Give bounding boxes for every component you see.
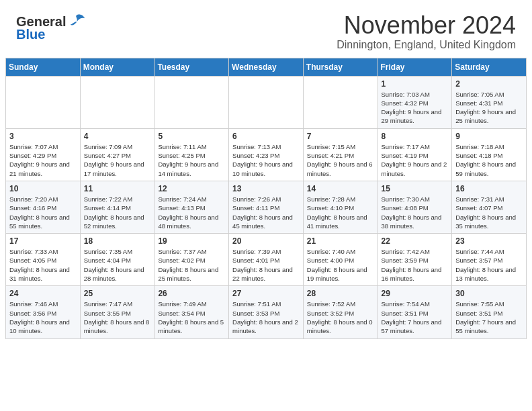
calendar-day-cell: 16Sunrise: 7:31 AM Sunset: 4:07 PM Dayli…: [452, 181, 527, 233]
day-info: Sunrise: 7:47 AM Sunset: 3:55 PM Dayligh…: [84, 300, 151, 335]
calendar-day-cell: [154, 76, 229, 128]
calendar-day-header: Wednesday: [229, 58, 304, 76]
day-info: Sunrise: 7:18 AM Sunset: 4:18 PM Dayligh…: [455, 142, 523, 178]
calendar-day-cell: 9Sunrise: 7:18 AM Sunset: 4:18 PM Daylig…: [452, 128, 527, 181]
day-number: 15: [382, 184, 449, 193]
calendar-day-cell: 24Sunrise: 7:46 AM Sunset: 3:56 PM Dayli…: [6, 286, 81, 338]
day-number: 24: [9, 289, 77, 298]
day-number: 3: [9, 132, 77, 141]
calendar-day-cell: [80, 76, 154, 128]
title-section: November 2024 Dinnington, England, Unite…: [337, 12, 516, 51]
day-info: Sunrise: 7:15 AM Sunset: 4:21 PM Dayligh…: [307, 142, 374, 178]
day-info: Sunrise: 7:39 AM Sunset: 4:01 PM Dayligh…: [232, 247, 300, 283]
day-info: Sunrise: 7:24 AM Sunset: 4:13 PM Dayligh…: [158, 195, 225, 230]
day-info: Sunrise: 7:44 AM Sunset: 3:57 PM Dayligh…: [455, 247, 523, 283]
day-info: Sunrise: 7:35 AM Sunset: 4:04 PM Dayligh…: [84, 247, 151, 283]
day-number: 28: [307, 289, 374, 298]
day-number: 1: [382, 79, 449, 89]
day-info: Sunrise: 7:46 AM Sunset: 3:56 PM Dayligh…: [9, 300, 77, 335]
calendar-day-cell: 18Sunrise: 7:35 AM Sunset: 4:04 PM Dayli…: [80, 234, 154, 286]
calendar-day-cell: 12Sunrise: 7:24 AM Sunset: 4:13 PM Dayli…: [154, 181, 229, 233]
day-info: Sunrise: 7:52 AM Sunset: 3:52 PM Dayligh…: [307, 300, 374, 335]
calendar-day-cell: 1Sunrise: 7:03 AM Sunset: 4:32 PM Daylig…: [378, 76, 452, 128]
calendar-day-header: Tuesday: [154, 58, 229, 76]
calendar-day-cell: 14Sunrise: 7:28 AM Sunset: 4:10 PM Dayli…: [303, 181, 378, 233]
day-number: 16: [455, 184, 523, 193]
calendar-day-header: Monday: [80, 58, 154, 76]
day-info: Sunrise: 7:03 AM Sunset: 4:32 PM Dayligh…: [382, 90, 449, 126]
day-number: 19: [158, 236, 225, 246]
day-number: 27: [232, 289, 300, 298]
day-number: 23: [455, 236, 523, 246]
calendar-day-cell: 11Sunrise: 7:22 AM Sunset: 4:14 PM Dayli…: [80, 181, 154, 233]
day-number: 12: [158, 184, 225, 193]
day-number: 29: [382, 289, 449, 298]
day-info: Sunrise: 7:09 AM Sunset: 4:27 PM Dayligh…: [84, 142, 151, 178]
calendar-day-cell: 20Sunrise: 7:39 AM Sunset: 4:01 PM Dayli…: [229, 234, 304, 286]
calendar-day-header: Friday: [378, 58, 452, 76]
day-info: Sunrise: 7:42 AM Sunset: 3:59 PM Dayligh…: [382, 247, 449, 283]
day-number: 8: [382, 132, 449, 141]
calendar-wrapper: SundayMondayTuesdayWednesdayThursdayFrid…: [0, 58, 532, 345]
calendar-day-cell: 2Sunrise: 7:05 AM Sunset: 4:31 PM Daylig…: [452, 76, 527, 128]
day-info: Sunrise: 7:20 AM Sunset: 4:16 PM Dayligh…: [9, 195, 77, 230]
calendar-day-cell: 8Sunrise: 7:17 AM Sunset: 4:19 PM Daylig…: [378, 128, 452, 181]
calendar-day-cell: 4Sunrise: 7:09 AM Sunset: 4:27 PM Daylig…: [80, 128, 154, 181]
day-number: 20: [232, 236, 300, 246]
page-header: General Blue November 2024 Dinnington, E…: [0, 0, 532, 58]
day-number: 25: [84, 289, 151, 298]
calendar-day-header: Saturday: [452, 58, 527, 76]
logo: General Blue: [16, 12, 86, 42]
day-number: 22: [382, 236, 449, 246]
day-info: Sunrise: 7:54 AM Sunset: 3:51 PM Dayligh…: [382, 300, 449, 335]
day-number: 14: [307, 184, 374, 193]
calendar-day-header: Sunday: [6, 58, 81, 76]
calendar-day-cell: 28Sunrise: 7:52 AM Sunset: 3:52 PM Dayli…: [303, 286, 378, 338]
day-number: 7: [307, 132, 374, 141]
calendar-day-cell: 30Sunrise: 7:55 AM Sunset: 3:51 PM Dayli…: [452, 286, 527, 338]
calendar-day-cell: 10Sunrise: 7:20 AM Sunset: 4:16 PM Dayli…: [6, 181, 81, 233]
day-info: Sunrise: 7:22 AM Sunset: 4:14 PM Dayligh…: [84, 195, 151, 230]
calendar-day-cell: 29Sunrise: 7:54 AM Sunset: 3:51 PM Dayli…: [378, 286, 452, 338]
day-number: 5: [158, 132, 225, 141]
calendar-week-row: 17Sunrise: 7:33 AM Sunset: 4:05 PM Dayli…: [6, 234, 527, 286]
day-info: Sunrise: 7:13 AM Sunset: 4:23 PM Dayligh…: [232, 142, 300, 178]
day-info: Sunrise: 7:31 AM Sunset: 4:07 PM Dayligh…: [455, 195, 523, 230]
day-number: 9: [455, 132, 523, 141]
day-number: 13: [232, 184, 300, 193]
calendar-day-cell: 26Sunrise: 7:49 AM Sunset: 3:54 PM Dayli…: [154, 286, 229, 338]
day-number: 11: [84, 184, 151, 193]
calendar-day-cell: [229, 76, 304, 128]
calendar-day-cell: 19Sunrise: 7:37 AM Sunset: 4:02 PM Dayli…: [154, 234, 229, 286]
day-number: 17: [9, 236, 77, 246]
day-number: 10: [9, 184, 77, 193]
day-info: Sunrise: 7:51 AM Sunset: 3:53 PM Dayligh…: [232, 300, 300, 335]
calendar-day-cell: [6, 76, 81, 128]
calendar-day-cell: 21Sunrise: 7:40 AM Sunset: 4:00 PM Dayli…: [303, 234, 378, 286]
day-number: 2: [455, 79, 523, 89]
logo-blue-text: Blue: [16, 27, 86, 42]
month-title: November 2024: [337, 12, 516, 39]
calendar-day-cell: 23Sunrise: 7:44 AM Sunset: 3:57 PM Dayli…: [452, 234, 527, 286]
calendar-day-cell: 25Sunrise: 7:47 AM Sunset: 3:55 PM Dayli…: [80, 286, 154, 338]
calendar-day-cell: 7Sunrise: 7:15 AM Sunset: 4:21 PM Daylig…: [303, 128, 378, 181]
day-info: Sunrise: 7:40 AM Sunset: 4:00 PM Dayligh…: [307, 247, 374, 283]
calendar-day-cell: [303, 76, 378, 128]
calendar-day-cell: 27Sunrise: 7:51 AM Sunset: 3:53 PM Dayli…: [229, 286, 304, 338]
calendar-week-row: 10Sunrise: 7:20 AM Sunset: 4:16 PM Dayli…: [6, 181, 527, 233]
day-info: Sunrise: 7:55 AM Sunset: 3:51 PM Dayligh…: [455, 300, 523, 335]
calendar-week-row: 3Sunrise: 7:07 AM Sunset: 4:29 PM Daylig…: [6, 128, 527, 181]
calendar-day-cell: 15Sunrise: 7:30 AM Sunset: 4:08 PM Dayli…: [378, 181, 452, 233]
day-number: 21: [307, 236, 374, 246]
location: Dinnington, England, United Kingdom: [337, 39, 516, 51]
day-info: Sunrise: 7:07 AM Sunset: 4:29 PM Dayligh…: [9, 142, 77, 178]
day-info: Sunrise: 7:30 AM Sunset: 4:08 PM Dayligh…: [382, 195, 449, 230]
day-info: Sunrise: 7:33 AM Sunset: 4:05 PM Dayligh…: [9, 247, 77, 283]
calendar-header-row: SundayMondayTuesdayWednesdayThursdayFrid…: [6, 58, 527, 76]
day-info: Sunrise: 7:49 AM Sunset: 3:54 PM Dayligh…: [158, 300, 225, 335]
calendar-table: SundayMondayTuesdayWednesdayThursdayFrid…: [5, 58, 527, 339]
day-info: Sunrise: 7:05 AM Sunset: 4:31 PM Dayligh…: [455, 90, 523, 126]
calendar-day-cell: 6Sunrise: 7:13 AM Sunset: 4:23 PM Daylig…: [229, 128, 304, 181]
day-info: Sunrise: 7:17 AM Sunset: 4:19 PM Dayligh…: [382, 142, 449, 178]
calendar-week-row: 24Sunrise: 7:46 AM Sunset: 3:56 PM Dayli…: [6, 286, 527, 338]
